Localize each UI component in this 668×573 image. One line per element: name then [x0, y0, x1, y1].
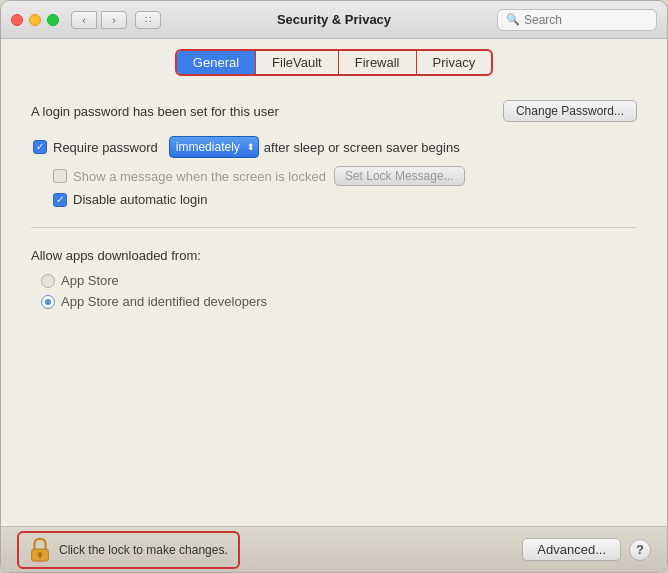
tab-filevault[interactable]: FileVault — [256, 51, 339, 74]
disable-login-label: Disable automatic login — [73, 192, 207, 207]
search-input[interactable] — [524, 13, 648, 27]
disable-login-checkbox[interactable] — [53, 193, 67, 207]
traffic-lights — [11, 14, 59, 26]
tab-privacy[interactable]: Privacy — [417, 51, 492, 74]
close-button[interactable] — [11, 14, 23, 26]
grid-button[interactable]: ∷ — [135, 11, 161, 29]
tab-bar: General FileVault Firewall Privacy — [1, 39, 667, 84]
require-password-label: Require password — [53, 140, 158, 155]
app-store-radio-row: App Store — [41, 273, 637, 288]
search-box[interactable]: 🔍 — [497, 9, 657, 31]
bottom-bar: Click the lock to make changes. Advanced… — [1, 526, 667, 572]
help-button[interactable]: ? — [629, 539, 651, 561]
tab-firewall[interactable]: Firewall — [339, 51, 417, 74]
show-message-row: Show a message when the screen is locked… — [53, 166, 637, 186]
set-lock-message-button[interactable]: Set Lock Message... — [334, 166, 465, 186]
svg-rect-2 — [39, 555, 41, 558]
lock-section[interactable]: Click the lock to make changes. — [17, 531, 240, 569]
show-message-label: Show a message when the screen is locked — [73, 169, 326, 184]
window-title: Security & Privacy — [277, 12, 391, 27]
advanced-button[interactable]: Advanced... — [522, 538, 621, 561]
forward-button[interactable]: › — [101, 11, 127, 29]
app-store-developers-label: App Store and identified developers — [61, 294, 267, 309]
app-store-radio[interactable] — [41, 274, 55, 288]
tab-group: General FileVault Firewall Privacy — [175, 49, 493, 76]
change-password-button[interactable]: Change Password... — [503, 100, 637, 122]
lock-icon — [29, 537, 51, 563]
lock-text: Click the lock to make changes. — [59, 543, 228, 557]
show-message-checkbox[interactable] — [53, 169, 67, 183]
content-area: A login password has been set for this u… — [1, 84, 667, 526]
nav-buttons: ‹ › — [71, 11, 127, 29]
require-password-row: Require password immediately after sleep… — [33, 136, 637, 158]
security-privacy-window: ‹ › ∷ Security & Privacy 🔍 General FileV… — [0, 0, 668, 573]
allow-apps-title: Allow apps downloaded from: — [31, 248, 637, 263]
login-password-text: A login password has been set for this u… — [31, 104, 279, 119]
app-store-label: App Store — [61, 273, 119, 288]
require-password-checkbox[interactable] — [33, 140, 47, 154]
app-store-developers-radio[interactable] — [41, 295, 55, 309]
maximize-button[interactable] — [47, 14, 59, 26]
disable-login-row: Disable automatic login — [53, 192, 637, 207]
immediately-value: immediately — [176, 140, 240, 154]
divider — [31, 227, 637, 228]
titlebar: ‹ › ∷ Security & Privacy 🔍 — [1, 1, 667, 39]
minimize-button[interactable] — [29, 14, 41, 26]
app-store-developers-radio-row: App Store and identified developers — [41, 294, 637, 309]
back-button[interactable]: ‹ — [71, 11, 97, 29]
after-sleep-label: after sleep or screen saver begins — [264, 140, 460, 155]
login-password-row: A login password has been set for this u… — [31, 100, 637, 122]
search-icon: 🔍 — [506, 13, 520, 26]
tab-general[interactable]: General — [177, 51, 256, 74]
immediately-dropdown[interactable]: immediately — [169, 136, 259, 158]
